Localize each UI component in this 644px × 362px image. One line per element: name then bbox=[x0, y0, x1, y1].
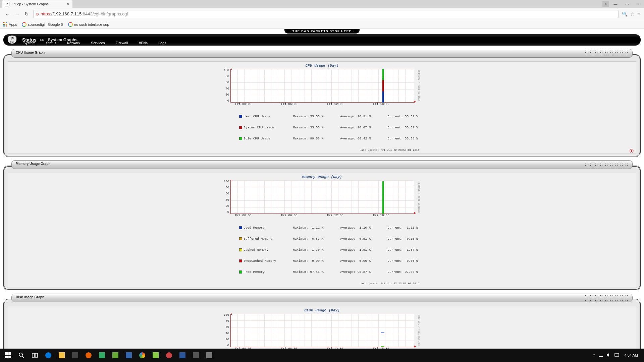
bookmark-item[interactable]: no such interface sup bbox=[68, 22, 109, 27]
page-content: · THE BAD PACKETS STOP HERE · IPCop Stat… bbox=[0, 29, 644, 349]
taskbar-app-word[interactable] bbox=[176, 349, 189, 362]
panel-dots-decoration-icon bbox=[585, 161, 628, 167]
taskbar-app-icon[interactable] bbox=[189, 349, 203, 362]
taskbar-app-edge[interactable] bbox=[42, 349, 55, 362]
taskbar-app-icon[interactable] bbox=[162, 349, 176, 362]
menu-firewall[interactable]: Firewall bbox=[116, 41, 128, 46]
cpu-legend: User CPU Usage Maximum: 33.33 %Average: … bbox=[239, 107, 418, 148]
taskbar-app-store[interactable] bbox=[68, 349, 82, 362]
zoom-icon[interactable]: 🔍 bbox=[621, 11, 629, 17]
menu-status[interactable]: Status bbox=[46, 41, 57, 46]
start-button[interactable] bbox=[1, 349, 15, 362]
info-icon[interactable]: (i) bbox=[630, 148, 634, 153]
window-close-button[interactable]: ✕ bbox=[633, 1, 644, 7]
panel-cpu: CPU Usage Graph CPU Usage (Day) 10080604… bbox=[3, 49, 641, 157]
slogan-pill: · THE BAD PACKETS STOP HERE · bbox=[284, 29, 360, 34]
legend-swatch-icon bbox=[239, 259, 242, 262]
rrdtool-label: RRDTOOL / TOBI OETIKER bbox=[418, 69, 420, 103]
nav-forward-button[interactable]: → bbox=[12, 11, 22, 17]
taskbar-app-chrome[interactable] bbox=[136, 349, 149, 362]
svg-rect-9 bbox=[32, 353, 35, 357]
panel-title: CPU Usage Graph bbox=[16, 51, 45, 54]
tray-chevron-icon[interactable]: ^ bbox=[593, 353, 595, 357]
graph-title: CPU Usage (Day) bbox=[305, 64, 338, 68]
browser-tab[interactable]: IP IPCop - System Graphs × bbox=[2, 0, 72, 8]
svg-rect-13 bbox=[615, 353, 619, 356]
url-bar[interactable]: ⊘ https ://192.168.7.115 :8443/cgi-bin/g… bbox=[33, 10, 619, 18]
bookmark-apps[interactable]: Apps bbox=[3, 22, 17, 27]
panel-memory: Memory Usage Graph Memory Usage (Day) 10… bbox=[3, 160, 641, 290]
browser-tab-strip: IP IPCop - System Graphs × — ▭ ✕ bbox=[0, 0, 644, 8]
menu-logs[interactable]: Logs bbox=[158, 41, 166, 46]
chrome-profile-icon[interactable] bbox=[602, 1, 609, 7]
taskbar-app-icon[interactable] bbox=[95, 349, 109, 362]
bookmark-label: Apps bbox=[9, 22, 17, 26]
bookmark-label: no such interface sup bbox=[74, 22, 109, 26]
tray-volume-icon[interactable] bbox=[606, 353, 611, 358]
memory-plot-area: ▲ ▶ bbox=[230, 180, 414, 214]
rrdtool-label: RRDTOOL / TOBI OETIKER bbox=[418, 180, 420, 214]
x-axis-labels: Fri 00:00Fri 06:00Fri 12:00Fri 18:00 bbox=[235, 347, 419, 349]
panel-title: Memory Usage Graph bbox=[16, 162, 50, 166]
nav-back-button[interactable]: ← bbox=[3, 11, 12, 17]
svg-rect-10 bbox=[35, 353, 38, 357]
tray-network-icon[interactable] bbox=[598, 353, 603, 358]
menu-system[interactable]: System bbox=[23, 41, 36, 46]
cpu-chart[interactable]: 100806040200 ▲ ▶ RRDTOOL / TOBI OETIKER bbox=[224, 69, 420, 103]
nav-reload-button[interactable]: ↻ bbox=[22, 11, 31, 17]
url-host: ://192.168.7.115 bbox=[50, 11, 82, 16]
url-scheme: https bbox=[41, 11, 50, 16]
svg-rect-3 bbox=[5, 352, 8, 355]
bookmark-item[interactable]: sourcedigi - Google S bbox=[22, 22, 63, 27]
svg-point-0 bbox=[605, 3, 606, 4]
taskbar-app-icon[interactable] bbox=[149, 349, 162, 362]
ipcop-logo-icon: IPCop bbox=[5, 35, 19, 45]
x-axis-labels: Fri 00:00Fri 06:00Fri 12:00Fri 18:00 bbox=[235, 214, 419, 217]
window-maximize-button[interactable]: ▭ bbox=[621, 1, 633, 7]
legend-swatch-icon bbox=[239, 270, 242, 274]
taskbar-app-icon[interactable] bbox=[203, 349, 216, 362]
taskbar-app-icon[interactable] bbox=[122, 349, 136, 362]
apps-grid-icon bbox=[3, 22, 7, 27]
chrome-menu-icon[interactable]: ≡ bbox=[636, 11, 641, 17]
search-button[interactable] bbox=[15, 349, 28, 362]
system-tray: ^ 4:54 AM bbox=[593, 353, 643, 358]
panel-dots-decoration-icon bbox=[585, 295, 628, 301]
last-update: Last update: Fri Jul 22 23:50:01 2016 bbox=[225, 148, 419, 152]
memory-chart[interactable]: 100806040200 ▲ ▶ RRDTOOL / TOBI OETIKER bbox=[224, 180, 420, 214]
google-icon bbox=[22, 22, 26, 27]
last-update: Last update: Fri Jul 22 23:50:01 2016 bbox=[225, 282, 419, 285]
taskbar-app-explorer[interactable] bbox=[55, 349, 68, 362]
svg-text:Cop: Cop bbox=[10, 41, 14, 44]
bookmark-label: sourcedigi - Google S bbox=[28, 22, 63, 26]
graph-title: Disk usage (Day) bbox=[304, 308, 340, 312]
legend-swatch-icon bbox=[239, 126, 242, 129]
menu-services[interactable]: Services bbox=[91, 41, 105, 46]
menu-vpns[interactable]: VPNs bbox=[139, 41, 148, 46]
legend-swatch-icon bbox=[239, 237, 242, 240]
panel-dots-decoration-icon bbox=[585, 50, 628, 56]
svg-marker-12 bbox=[607, 353, 609, 357]
menu-network[interactable]: Network bbox=[67, 41, 80, 46]
taskbar-clock[interactable]: 4:54 AM bbox=[623, 353, 640, 357]
svg-line-8 bbox=[22, 356, 24, 358]
taskbar-app-icon[interactable] bbox=[109, 349, 122, 362]
panel-title-bar: CPU Usage Graph bbox=[11, 49, 633, 58]
legend-swatch-icon bbox=[239, 115, 242, 118]
graph-title: Memory Usage (Day) bbox=[302, 175, 342, 179]
https-warning-icon: ⊘ bbox=[36, 12, 39, 16]
svg-rect-11 bbox=[599, 356, 603, 357]
windows-taskbar: ^ 4:54 AM bbox=[0, 349, 644, 362]
tab-close-icon[interactable]: × bbox=[66, 2, 70, 6]
panel-disk: Disk usage Graph Disk usage (Day) 100806… bbox=[3, 294, 641, 349]
svg-rect-5 bbox=[5, 356, 8, 358]
svg-rect-4 bbox=[8, 352, 11, 355]
url-path: :8443/cgi-bin/graphs.cgi bbox=[82, 11, 128, 16]
task-view-button[interactable] bbox=[28, 349, 42, 362]
taskbar-app-firefox[interactable] bbox=[82, 349, 95, 362]
rrdtool-label: RRDTOOL / TOBI OETIKER bbox=[418, 314, 420, 347]
tray-notifications-icon[interactable] bbox=[614, 353, 619, 358]
bookmark-star-icon[interactable]: ☆ bbox=[629, 11, 636, 17]
window-minimize-button[interactable]: — bbox=[610, 1, 621, 7]
disk-chart[interactable]: 100806040200 ▲ ▶ RRDTOOL / TOBI OETIKER bbox=[224, 314, 420, 347]
